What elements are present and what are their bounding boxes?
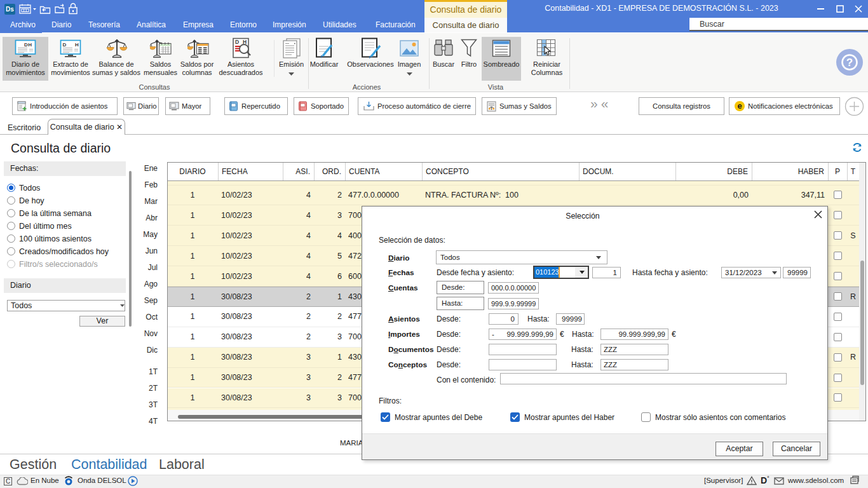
svg-text:D: D — [235, 39, 239, 45]
svg-text:H: H — [75, 42, 79, 48]
svg-text:?: ? — [846, 57, 853, 69]
svg-text:D: D — [63, 42, 67, 48]
svg-text:DH: DH — [24, 42, 32, 48]
